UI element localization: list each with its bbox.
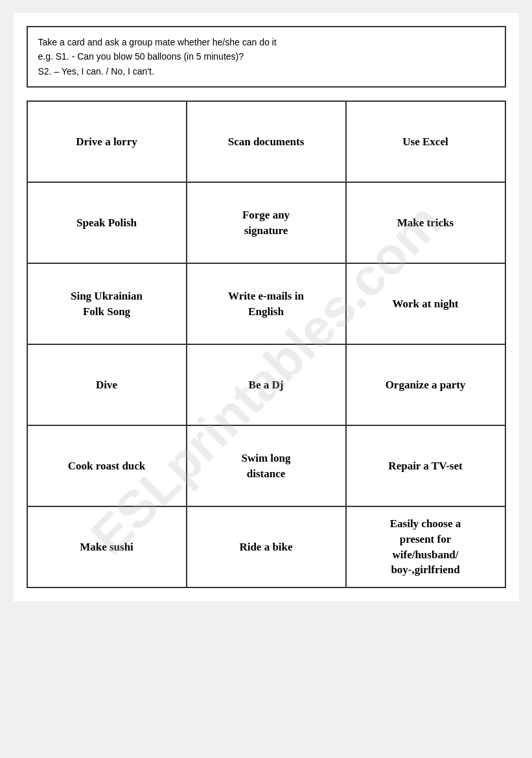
cell-4-1: Swim longdistance <box>187 425 346 506</box>
cell-1-2: Make tricks <box>346 182 505 263</box>
instruction-line1: Take a card and ask a group mate whether… <box>38 35 494 49</box>
cell-4-0: Cook roast duck <box>27 425 187 506</box>
table-row: DiveBe a DjOrganize a party <box>27 344 505 425</box>
cell-1-0: Speak Polish <box>27 182 187 263</box>
cell-0-0: Drive a lorry <box>27 101 187 182</box>
cell-4-2: Repair a TV-set <box>346 425 505 506</box>
cell-5-2: Easily choose apresent forwife/husband/b… <box>346 506 505 587</box>
table-row: Cook roast duckSwim longdistanceRepair a… <box>27 425 505 506</box>
cell-1-1: Forge anysignature <box>187 182 346 263</box>
cell-0-1: Scan documents <box>187 101 346 182</box>
table-row: Speak PolishForge anysignatureMake trick… <box>27 182 505 263</box>
instructions-box: Take a card and ask a group mate whether… <box>27 26 506 88</box>
activity-grid: Drive a lorryScan documentsUse ExcelSpea… <box>27 101 506 588</box>
table-row: Drive a lorryScan documentsUse Excel <box>27 101 505 182</box>
cell-2-0: Sing UkrainianFolk Song <box>27 263 187 344</box>
cell-3-0: Dive <box>27 344 187 425</box>
table-row: Make sushiRide a bikeEasily choose apres… <box>27 506 505 587</box>
cell-5-1: Ride a bike <box>187 506 346 587</box>
instruction-line2: e.g. S1. - Can you blow 50 balloons (in … <box>38 49 494 64</box>
cell-3-1: Be a Dj <box>187 344 346 425</box>
cell-0-2: Use Excel <box>346 101 505 182</box>
cell-2-2: Work at night <box>346 263 505 344</box>
instruction-line3: S2. – Yes, I can. / No, I can't. <box>38 64 494 78</box>
cell-3-2: Organize a party <box>346 344 505 425</box>
cell-2-1: Write e-mails inEnglish <box>187 263 346 344</box>
page: Take a card and ask a group mate whether… <box>14 13 519 601</box>
table-row: Sing UkrainianFolk SongWrite e-mails inE… <box>27 263 505 344</box>
cell-5-0: Make sushi <box>27 506 187 587</box>
